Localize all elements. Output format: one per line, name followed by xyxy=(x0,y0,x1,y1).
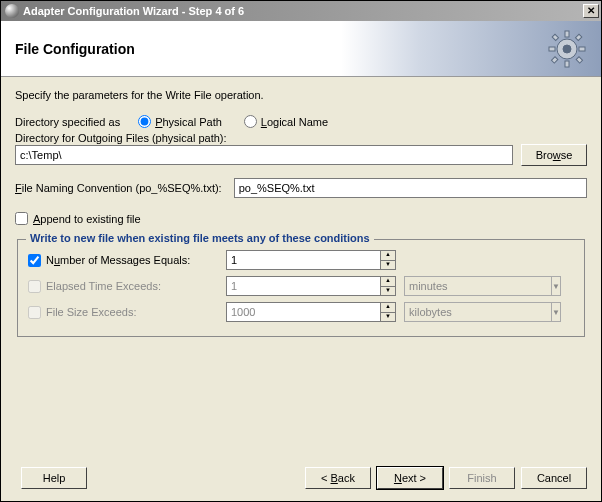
cond-filesize-row: File Size Exceeds: ▲ ▼ ▼ xyxy=(28,302,574,322)
radio-physical-path[interactable]: Physical Path xyxy=(138,115,222,128)
append-row: Append to existing file xyxy=(15,212,587,225)
window-title: Adapter Configuration Wizard - Step 4 of… xyxy=(23,5,583,17)
outgoing-dir-input[interactable] xyxy=(15,145,513,165)
filesize-unit-combo: ▼ xyxy=(404,302,508,322)
dir-spec-row: Directory specified as Physical Path Log… xyxy=(15,115,587,128)
cond-elapsed-row: Elapsed Time Exceeds: ▲ ▼ ▼ xyxy=(28,276,574,296)
footer: Help < Back Next > Finish Cancel xyxy=(1,457,601,501)
svg-rect-7 xyxy=(576,57,582,63)
page-title: File Configuration xyxy=(15,41,135,57)
svg-point-1 xyxy=(563,45,571,53)
elapsed-input xyxy=(226,276,380,296)
cond-num-msgs-row: Number of Messages Equals: ▲ ▼ xyxy=(28,250,574,270)
finish-button: Finish xyxy=(449,467,515,489)
elapsed-unit-combo: ▼ xyxy=(404,276,508,296)
filesize-check: File Size Exceeds: xyxy=(28,306,218,319)
naming-input[interactable] xyxy=(234,178,587,198)
svg-rect-5 xyxy=(579,47,585,51)
elapsed-unit-input xyxy=(404,276,551,296)
num-msgs-input[interactable] xyxy=(226,250,380,270)
naming-label: File Naming Convention (po_%SEQ%.txt): xyxy=(15,182,222,194)
conditions-fieldset: Write to new file when existing file mee… xyxy=(17,239,585,337)
filesize-unit-input xyxy=(404,302,551,322)
dir-spec-label: Directory specified as xyxy=(15,116,120,128)
app-icon xyxy=(5,4,19,18)
filesize-up: ▲ xyxy=(380,302,396,312)
naming-row: File Naming Convention (po_%SEQ%.txt): xyxy=(15,178,587,198)
elapsed-label: Elapsed Time Exceeds: xyxy=(46,280,161,292)
radio-logical-name[interactable]: Logical Name xyxy=(244,115,328,128)
svg-rect-4 xyxy=(549,47,555,51)
close-button[interactable]: ✕ xyxy=(583,4,599,18)
num-msgs-label: Number of Messages Equals: xyxy=(46,254,190,266)
elapsed-check: Elapsed Time Exceeds: xyxy=(28,280,218,293)
svg-rect-2 xyxy=(565,31,569,37)
svg-rect-9 xyxy=(551,57,557,63)
back-button[interactable]: < Back xyxy=(305,467,371,489)
filesize-spinner: ▲ ▼ xyxy=(226,302,396,322)
outgoing-label: Directory for Outgoing Files (physical p… xyxy=(15,132,587,144)
svg-rect-8 xyxy=(575,34,581,40)
num-msgs-down[interactable]: ▼ xyxy=(380,260,396,270)
num-msgs-up[interactable]: ▲ xyxy=(380,250,396,260)
elapsed-down: ▼ xyxy=(380,286,396,296)
radio-logical-input[interactable] xyxy=(244,115,257,128)
num-msgs-checkbox[interactable] xyxy=(28,254,41,267)
dir-spec-radio-group: Physical Path Logical Name xyxy=(138,115,328,128)
content-area: Specify the parameters for the Write Fil… xyxy=(1,77,601,353)
append-label: Append to existing file xyxy=(33,213,141,225)
outgoing-row: Browse xyxy=(15,144,587,166)
filesize-down: ▼ xyxy=(380,312,396,322)
append-checkbox[interactable] xyxy=(15,212,28,225)
chevron-down-icon: ▼ xyxy=(551,276,561,296)
elapsed-spinner: ▲ ▼ xyxy=(226,276,396,296)
elapsed-checkbox xyxy=(28,280,41,293)
intro-text: Specify the parameters for the Write Fil… xyxy=(15,89,587,101)
titlebar: Adapter Configuration Wizard - Step 4 of… xyxy=(1,1,601,21)
gear-icon xyxy=(547,29,587,69)
filesize-input xyxy=(226,302,380,322)
svg-rect-3 xyxy=(565,61,569,67)
wizard-header: File Configuration xyxy=(1,21,601,77)
filesize-label: File Size Exceeds: xyxy=(46,306,136,318)
next-button[interactable]: Next > xyxy=(377,467,443,489)
cancel-button[interactable]: Cancel xyxy=(521,467,587,489)
conditions-legend: Write to new file when existing file mee… xyxy=(26,232,374,244)
filesize-checkbox xyxy=(28,306,41,319)
svg-rect-6 xyxy=(552,34,558,40)
num-msgs-check[interactable]: Number of Messages Equals: xyxy=(28,254,218,267)
radio-physical-input[interactable] xyxy=(138,115,151,128)
browse-button[interactable]: Browse xyxy=(521,144,587,166)
num-msgs-spinner[interactable]: ▲ ▼ xyxy=(226,250,396,270)
chevron-down-icon: ▼ xyxy=(551,302,561,322)
help-button[interactable]: Help xyxy=(21,467,87,489)
elapsed-up: ▲ xyxy=(380,276,396,286)
radio-logical-label: Logical Name xyxy=(261,116,328,128)
radio-physical-label: Physical Path xyxy=(155,116,222,128)
